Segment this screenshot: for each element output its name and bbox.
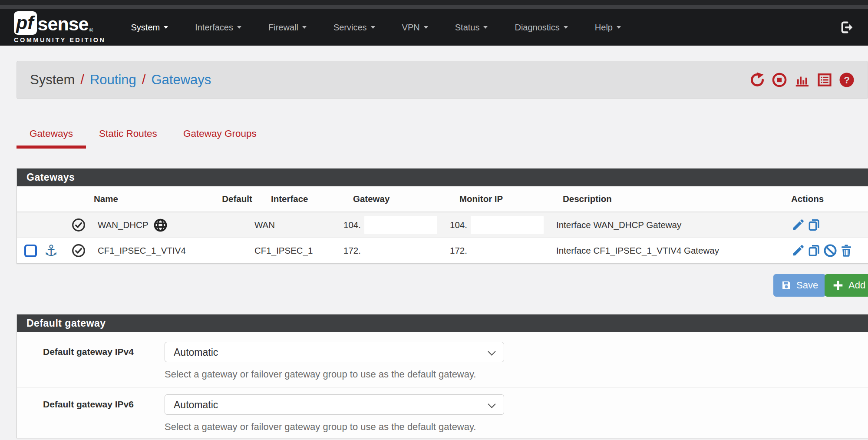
registered-mark: ®	[89, 26, 93, 35]
redaction-box	[471, 216, 544, 234]
copy-icon[interactable]	[807, 218, 821, 232]
nav-item-diagnostics[interactable]: Diagnostics	[515, 23, 568, 33]
default-gateway-ipv4-help: Select a gateway or failover gateway gro…	[165, 369, 504, 380]
chevron-down-icon	[237, 26, 241, 29]
tab-gateways[interactable]: Gateways	[17, 128, 86, 149]
copy-icon[interactable]	[807, 244, 821, 258]
actions-bar: Save Add	[17, 274, 868, 297]
col-header-interface: Interface	[254, 186, 343, 212]
nav-item-help[interactable]: Help	[595, 23, 621, 33]
breadcrumb-separator: /	[80, 72, 84, 88]
nav-menu: System Interfaces Firewall Services VPN …	[131, 23, 620, 33]
anchor-icon: ⚓	[44, 243, 58, 258]
gateway-enabled-icon	[72, 244, 86, 258]
table-header-row: Name Default Interface Gateway Monitor I…	[17, 186, 868, 212]
gateways-panel-title: Gateways	[17, 169, 868, 186]
pfsense-logo-wordmark: pfsense®	[14, 11, 106, 35]
default-gateway-globe-icon	[154, 218, 167, 232]
gateway-address: 104.	[343, 220, 361, 230]
gateway-name: CF1_IPSEC_1_VTIV4	[98, 245, 186, 256]
svg-text:?: ?	[844, 75, 850, 86]
disable-icon[interactable]	[823, 244, 837, 258]
col-header-icons	[17, 186, 66, 212]
default-gateway-panel: Default gateway Default gateway IPv4 Aut…	[17, 314, 868, 438]
breadcrumb-link-routing[interactable]: Routing	[90, 72, 136, 88]
breadcrumb-link-gateways[interactable]: Gateways	[151, 72, 211, 88]
chevron-down-icon	[371, 26, 375, 29]
gateway-address: 172.	[343, 238, 450, 264]
pfsense-logo[interactable]: pfsense® COMMUNITY EDITION	[14, 11, 106, 43]
default-gateway-ipv4-label: Default gateway IPv4	[17, 342, 165, 380]
col-header-actions: Actions	[784, 186, 868, 212]
breadcrumb-bar: System / Routing / Gateways ?	[17, 61, 868, 99]
tab-static-routes[interactable]: Static Routes	[86, 128, 170, 149]
description-cell: Interface WAN_DHCP Gateway	[556, 212, 784, 238]
default-gateway-ipv6-select[interactable]: Automatic	[165, 394, 504, 415]
help-icon[interactable]: ?	[839, 72, 855, 88]
tab-gateway-groups[interactable]: Gateway Groups	[170, 128, 270, 149]
interface-cell: WAN	[254, 212, 343, 238]
gateways-table: Name Default Interface Gateway Monitor I…	[17, 186, 868, 263]
edit-icon[interactable]	[791, 218, 805, 232]
square-marker-icon	[24, 245, 37, 257]
page-toolbar: ?	[749, 72, 855, 88]
col-header-default: Default	[220, 186, 254, 212]
form-row-ipv4: Default gateway IPv4 Automatic Select a …	[17, 332, 868, 387]
nav-item-interfaces[interactable]: Interfaces	[195, 23, 241, 33]
default-gateway-ipv6-help: Select a gateway or failover gateway gro…	[165, 421, 504, 433]
delete-icon[interactable]	[839, 244, 853, 258]
description-cell: Interface CF1_IPSEC_1_VTIV4 Gateway	[556, 238, 784, 264]
monitor-ip: 172.	[450, 238, 556, 264]
default-cell	[220, 212, 254, 238]
form-row-ipv6: Default gateway IPv6 Automatic Select a …	[17, 387, 868, 438]
chevron-down-icon	[424, 26, 428, 29]
window-top-edge	[0, 0, 868, 5]
gateway-enabled-icon	[72, 218, 86, 232]
col-header-name: Name	[66, 186, 220, 212]
breadcrumb-section: System	[30, 72, 75, 88]
monitor-ip: 104.	[450, 220, 467, 230]
main-navbar: pfsense® COMMUNITY EDITION System Interf…	[0, 9, 868, 46]
chevron-down-icon	[164, 26, 168, 29]
nav-item-firewall[interactable]: Firewall	[268, 23, 307, 33]
col-header-gateway: Gateway	[343, 186, 450, 212]
chevron-down-icon	[302, 26, 307, 29]
col-header-description: Description	[556, 186, 784, 212]
save-button[interactable]: Save	[773, 274, 826, 297]
community-edition-label: COMMUNITY EDITION	[14, 36, 106, 43]
redaction-box	[364, 216, 437, 234]
interface-cell: CF1_IPSEC_1	[254, 238, 343, 264]
stop-circle-icon[interactable]	[772, 72, 787, 88]
col-header-monitor-ip: Monitor IP	[450, 186, 556, 212]
traffic-graph-icon[interactable]	[794, 72, 810, 88]
chevron-down-icon	[564, 26, 568, 29]
add-button[interactable]: Add	[825, 274, 868, 297]
default-gateway-ipv6-label: Default gateway IPv6	[17, 394, 165, 433]
chevron-down-icon	[617, 26, 621, 29]
nav-item-status[interactable]: Status	[455, 23, 488, 33]
default-gateway-ipv4-select[interactable]: Automatic	[165, 342, 504, 362]
sign-out-icon[interactable]	[839, 20, 854, 35]
default-gateway-panel-title: Default gateway	[17, 314, 868, 332]
nav-item-system[interactable]: System	[131, 23, 168, 33]
gateways-panel: Gateways Name Default Interface Gateway …	[17, 168, 868, 264]
edit-icon[interactable]	[791, 244, 805, 258]
plus-icon	[832, 280, 844, 291]
window-top-strip	[0, 5, 868, 9]
pfsense-logo-pf: pf	[14, 11, 37, 35]
routing-tabs: Gateways Static Routes Gateway Groups	[17, 128, 868, 149]
chevron-down-icon	[483, 26, 488, 29]
save-icon	[781, 280, 792, 291]
nav-item-services[interactable]: Services	[333, 23, 375, 33]
nav-item-vpn[interactable]: VPN	[402, 23, 428, 33]
gateway-name: WAN_DHCP	[98, 220, 149, 230]
log-icon[interactable]	[817, 72, 832, 88]
table-row: ⚓ CF1_IPSEC_1_VTIV4 CF1_IPSEC_1 172. 172…	[17, 238, 868, 264]
table-row: WAN_DHCP WAN 104. 104. Interface WAN_DHC…	[17, 212, 868, 238]
refresh-icon[interactable]	[749, 72, 765, 88]
default-cell	[220, 238, 254, 264]
breadcrumb-separator: /	[142, 72, 146, 88]
pfsense-logo-sense: sense	[38, 13, 89, 35]
